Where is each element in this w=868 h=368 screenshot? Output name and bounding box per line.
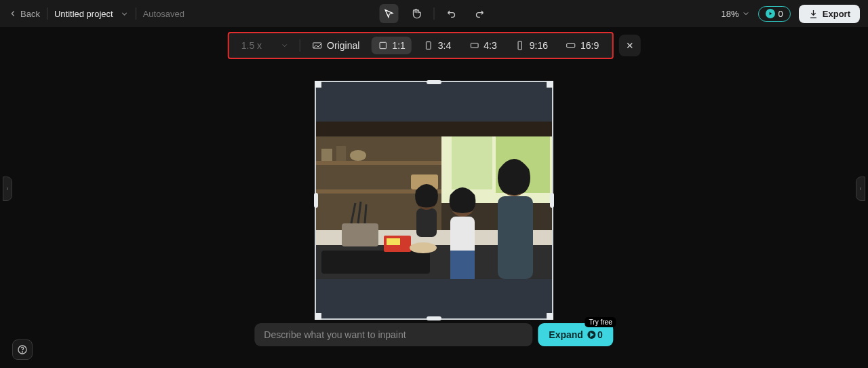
ratio-label: 1:1 — [392, 40, 405, 51]
ratio-3-4[interactable]: 3:4 — [417, 37, 457, 54]
ratio-original-icon — [312, 40, 323, 51]
canvas-image — [316, 122, 552, 279]
prompt-placeholder: Describe what you want to inpaint — [264, 329, 406, 340]
project-menu[interactable] — [120, 10, 129, 18]
svg-rect-3 — [426, 42, 431, 50]
cursor-icon — [384, 8, 395, 19]
export-label: Export — [823, 9, 850, 19]
svg-point-40 — [22, 352, 22, 352]
divider — [300, 39, 300, 52]
back-button[interactable]: Back — [8, 9, 40, 19]
image-illustration — [316, 122, 552, 279]
autosaved-label: Autosaved — [143, 9, 184, 19]
crop-frame[interactable] — [315, 81, 553, 320]
redo-icon — [474, 8, 485, 19]
chevron-down-icon — [281, 41, 289, 50]
top-bar: Back Untitled project Autosaved 18% — [0, 0, 868, 27]
crop-handle-tr[interactable] — [547, 81, 553, 88]
chevron-left-icon — [858, 185, 863, 193]
chevron-down-icon — [120, 10, 129, 18]
svg-rect-17 — [321, 149, 332, 161]
zoom-level[interactable]: 18% — [722, 9, 750, 19]
project-name[interactable]: Untitled project — [54, 9, 113, 19]
back-label: Back — [20, 9, 40, 19]
ratio-label: 16:9 — [580, 40, 599, 51]
svg-marker-0 — [769, 12, 772, 16]
ratio-9-16[interactable]: 9:16 — [509, 37, 554, 54]
divider — [136, 7, 136, 20]
ratio-4-3-icon — [469, 40, 479, 51]
aspect-toolbar: 1.5 x Original 1:1 3:4 4:3 9:16 16:9 — [228, 32, 614, 59]
credit-pill[interactable]: 0 — [758, 6, 791, 22]
crop-handle-right[interactable] — [550, 193, 554, 208]
ratio-1-1-icon — [377, 40, 388, 51]
svg-marker-38 — [590, 333, 594, 337]
svg-rect-6 — [567, 43, 575, 47]
svg-rect-24 — [342, 223, 378, 246]
ratio-label: 3:4 — [438, 40, 451, 51]
ratio-label: Original — [327, 40, 359, 51]
svg-point-19 — [350, 150, 366, 161]
expand-button[interactable]: Expand 0 Try free — [538, 323, 613, 346]
undo-button[interactable] — [443, 4, 462, 23]
ratio-3-4-icon — [423, 40, 434, 51]
left-panel-toggle[interactable] — [3, 177, 12, 201]
zoom-value: 18% — [722, 9, 739, 19]
crop-handle-top[interactable] — [427, 80, 441, 84]
svg-rect-4 — [471, 43, 478, 48]
chevron-right-icon — [5, 185, 10, 193]
crop-handle-left[interactable] — [314, 193, 318, 208]
ratio-16-9[interactable]: 16:9 — [559, 37, 605, 54]
chevron-left-icon — [8, 9, 18, 18]
svg-rect-11 — [452, 128, 492, 189]
scale-value: 1.5 x — [241, 40, 262, 51]
expand-cost: 0 — [597, 329, 603, 340]
cursor-tool[interactable] — [380, 4, 399, 23]
divider — [434, 7, 435, 20]
svg-rect-34 — [450, 251, 475, 279]
svg-rect-29 — [387, 238, 400, 245]
credit-icon — [766, 9, 775, 18]
ratio-16-9-icon — [566, 40, 576, 51]
ratio-4-3[interactable]: 4:3 — [462, 37, 502, 54]
close-icon — [625, 41, 634, 50]
svg-rect-15 — [316, 161, 441, 165]
svg-rect-18 — [336, 146, 346, 161]
ratio-label: 4:3 — [484, 40, 496, 51]
svg-point-30 — [410, 242, 437, 253]
ratio-1-1[interactable]: 1:1 — [371, 37, 411, 54]
scale-select[interactable]: 1.5 x — [236, 37, 294, 54]
topbar-right: 18% 0 Export — [722, 5, 860, 23]
try-free-badge: Try free — [585, 317, 616, 327]
divider — [47, 7, 47, 20]
help-button[interactable] — [12, 339, 33, 360]
hand-icon — [411, 8, 422, 19]
prompt-input[interactable]: Describe what you want to inpaint — [254, 323, 532, 346]
crop-handle-br[interactable] — [547, 313, 553, 320]
credit-value: 0 — [778, 9, 783, 19]
credit-icon: 0 — [587, 329, 603, 340]
ratio-label: 9:16 — [530, 40, 548, 51]
svg-rect-36 — [416, 208, 437, 237]
svg-line-27 — [365, 204, 366, 223]
chevron-down-icon — [742, 10, 750, 18]
svg-rect-5 — [518, 41, 521, 50]
prompt-bar: Describe what you want to inpaint Expand… — [254, 323, 613, 346]
help-icon — [17, 344, 28, 355]
hand-tool[interactable] — [407, 4, 426, 23]
redo-button[interactable] — [470, 4, 489, 23]
canvas[interactable] — [315, 81, 553, 320]
crop-handle-bottom[interactable] — [427, 316, 441, 320]
svg-rect-23 — [321, 251, 430, 274]
export-button[interactable]: Export — [799, 5, 860, 23]
aspect-toolbar-wrap: 1.5 x Original 1:1 3:4 4:3 9:16 16:9 — [228, 32, 641, 59]
topbar-left: Back Untitled project Autosaved — [8, 7, 184, 20]
svg-rect-31 — [498, 196, 533, 279]
svg-rect-2 — [380, 42, 386, 48]
crop-handle-bl[interactable] — [315, 313, 321, 320]
undo-icon — [447, 8, 458, 19]
close-aspect-button[interactable] — [618, 35, 640, 56]
right-panel-toggle[interactable] — [856, 177, 865, 201]
crop-handle-tl[interactable] — [315, 81, 321, 88]
ratio-original[interactable]: Original — [306, 37, 366, 54]
